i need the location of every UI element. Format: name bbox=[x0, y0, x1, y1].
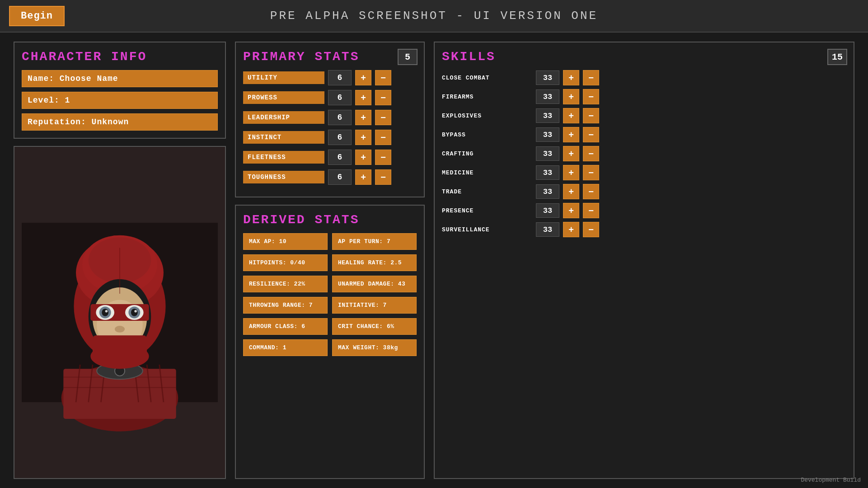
stat-plus-leadership[interactable]: + bbox=[355, 110, 371, 125]
skill-plus-bypass[interactable]: + bbox=[563, 127, 579, 142]
stat-plus-utility[interactable]: + bbox=[355, 70, 371, 85]
skill-minus-bypass[interactable]: − bbox=[583, 127, 599, 142]
main-content: CHARACTER INFO Name: Choose Name Level: … bbox=[0, 33, 868, 488]
skill-value-close-combat: 33 bbox=[536, 70, 559, 85]
character-reputation-field: Reputation: Unknown bbox=[22, 113, 218, 131]
character-info-panel: CHARACTER INFO Name: Choose Name Level: … bbox=[14, 42, 226, 139]
svg-rect-33 bbox=[93, 335, 147, 360]
primary-stats-points: 5 bbox=[398, 49, 418, 65]
derived-stats-grid: MAX AP: 10AP PER TURN: 7HITPOINTS: 0/40H… bbox=[243, 233, 417, 356]
skill-plus-explosives[interactable]: + bbox=[563, 108, 579, 123]
skill-row: CRAFTING 33 + − bbox=[442, 146, 846, 161]
stat-plus-prowess[interactable]: + bbox=[355, 90, 371, 105]
primary-stat-row: LEADERSHIP 6 + − bbox=[243, 110, 417, 125]
svg-point-31 bbox=[134, 310, 137, 313]
character-level-field: Level: 1 bbox=[22, 92, 218, 109]
stat-minus-toughness[interactable]: − bbox=[375, 169, 391, 185]
stat-label-fleetness: FLEETNESS bbox=[243, 151, 324, 164]
skill-value-medicine: 33 bbox=[536, 165, 559, 180]
skill-plus-surveillance[interactable]: + bbox=[563, 222, 579, 237]
skill-label-close-combat: CLOSE COMBAT bbox=[442, 75, 532, 81]
skill-minus-crafting[interactable]: − bbox=[583, 146, 599, 161]
primary-stat-row: UTILITY 6 + − bbox=[243, 70, 417, 85]
skills-title: SKILLS bbox=[442, 50, 846, 64]
skills-panel: SKILLS 15 CLOSE COMBAT 33 + − FIREARMS 3… bbox=[434, 42, 854, 479]
svg-point-32 bbox=[115, 326, 125, 333]
skill-plus-trade[interactable]: + bbox=[563, 184, 579, 199]
derived-stat-cell: ARMOUR CLASS: 6 bbox=[243, 318, 328, 335]
derived-stat-cell: RESILIENCE: 22% bbox=[243, 276, 328, 292]
stat-label-instinct: INSTINCT bbox=[243, 131, 324, 144]
stat-minus-utility[interactable]: − bbox=[375, 70, 391, 85]
character-name-field[interactable]: Name: Choose Name bbox=[22, 70, 218, 87]
skill-label-crafting: CRAFTING bbox=[442, 150, 532, 157]
skill-label-explosives: EXPLOSIVES bbox=[442, 113, 532, 119]
derived-stat-cell: COMMAND: 1 bbox=[243, 339, 328, 356]
skill-label-firearms: FIREARMS bbox=[442, 94, 532, 100]
stat-minus-prowess[interactable]: − bbox=[375, 90, 391, 105]
primary-stats-rows: UTILITY 6 + − PROWESS 6 + − LEADERSHIP 6… bbox=[243, 70, 417, 185]
stat-minus-instinct[interactable]: − bbox=[375, 130, 391, 145]
skill-row: CLOSE COMBAT 33 + − bbox=[442, 70, 846, 85]
skill-minus-presence[interactable]: − bbox=[583, 203, 599, 218]
primary-stat-row: PROWESS 6 + − bbox=[243, 90, 417, 105]
derived-stat-cell: UNARMED DAMAGE: 43 bbox=[332, 276, 417, 292]
skill-row: TRADE 33 + − bbox=[442, 184, 846, 199]
primary-stat-row: INSTINCT 6 + − bbox=[243, 130, 417, 145]
begin-button[interactable]: Begin bbox=[9, 6, 65, 26]
skill-label-surveillance: SURVEILLANCE bbox=[442, 226, 532, 233]
primary-stats-title: PRIMARY STATS bbox=[243, 50, 417, 64]
primary-stat-row: TOUGHNESS 6 + − bbox=[243, 169, 417, 185]
character-info-title: CHARACTER INFO bbox=[22, 50, 218, 64]
derived-stat-cell: INITIATIVE: 7 bbox=[332, 297, 417, 314]
skill-value-firearms: 33 bbox=[536, 89, 559, 104]
skill-plus-medicine[interactable]: + bbox=[563, 165, 579, 180]
skill-value-presence: 33 bbox=[536, 203, 559, 218]
skill-plus-firearms[interactable]: + bbox=[563, 89, 579, 104]
skill-label-medicine: MEDICINE bbox=[442, 169, 532, 176]
skill-value-explosives: 33 bbox=[536, 108, 559, 123]
stat-label-toughness: TOUGHNESS bbox=[243, 171, 324, 183]
skill-minus-trade[interactable]: − bbox=[583, 184, 599, 199]
skill-plus-crafting[interactable]: + bbox=[563, 146, 579, 161]
skills-points: 15 bbox=[827, 49, 847, 65]
stat-plus-fleetness[interactable]: + bbox=[355, 150, 371, 165]
stat-value-leadership: 6 bbox=[328, 110, 352, 125]
skill-plus-presence[interactable]: + bbox=[563, 203, 579, 218]
skill-row: SURVEILLANCE 33 + − bbox=[442, 222, 846, 237]
stat-minus-fleetness[interactable]: − bbox=[375, 150, 391, 165]
skill-minus-explosives[interactable]: − bbox=[583, 108, 599, 123]
primary-stat-row: FLEETNESS 6 + − bbox=[243, 150, 417, 165]
character-portrait bbox=[14, 146, 226, 479]
skill-label-presence: PRESENCE bbox=[442, 207, 532, 214]
svg-point-30 bbox=[131, 309, 138, 316]
skill-minus-medicine[interactable]: − bbox=[583, 165, 599, 180]
skill-value-crafting: 33 bbox=[536, 146, 559, 161]
skill-row: FIREARMS 33 + − bbox=[442, 89, 846, 104]
derived-stat-cell: MAX AP: 10 bbox=[243, 233, 328, 250]
derived-stats-title: DERIVED STATS bbox=[243, 213, 417, 227]
stat-label-leadership: LEADERSHIP bbox=[243, 111, 324, 124]
skill-minus-surveillance[interactable]: − bbox=[583, 222, 599, 237]
skill-row: PRESENCE 33 + − bbox=[442, 203, 846, 218]
derived-stat-cell: AP PER TURN: 7 bbox=[332, 233, 417, 250]
skill-value-bypass: 33 bbox=[536, 127, 559, 142]
skill-minus-close-combat[interactable]: − bbox=[583, 70, 599, 85]
stat-value-prowess: 6 bbox=[328, 90, 352, 105]
derived-stat-cell: THROWING RANGE: 7 bbox=[243, 297, 328, 314]
stat-value-toughness: 6 bbox=[328, 169, 352, 185]
skill-label-bypass: BYPASS bbox=[442, 131, 532, 138]
stat-value-fleetness: 6 bbox=[328, 150, 352, 165]
left-column: CHARACTER INFO Name: Choose Name Level: … bbox=[14, 42, 226, 479]
stat-plus-instinct[interactable]: + bbox=[355, 130, 371, 145]
skill-value-trade: 33 bbox=[536, 184, 559, 199]
skill-minus-firearms[interactable]: − bbox=[583, 89, 599, 104]
right-column: SKILLS 15 CLOSE COMBAT 33 + − FIREARMS 3… bbox=[434, 42, 854, 479]
skill-value-surveillance: 33 bbox=[536, 222, 559, 237]
skill-row: MEDICINE 33 + − bbox=[442, 165, 846, 180]
stat-label-utility: UTILITY bbox=[243, 71, 324, 84]
skill-plus-close-combat[interactable]: + bbox=[563, 70, 579, 85]
stat-minus-leadership[interactable]: − bbox=[375, 110, 391, 125]
derived-stat-cell: HITPOINTS: 0/40 bbox=[243, 254, 328, 271]
stat-plus-toughness[interactable]: + bbox=[355, 169, 371, 185]
